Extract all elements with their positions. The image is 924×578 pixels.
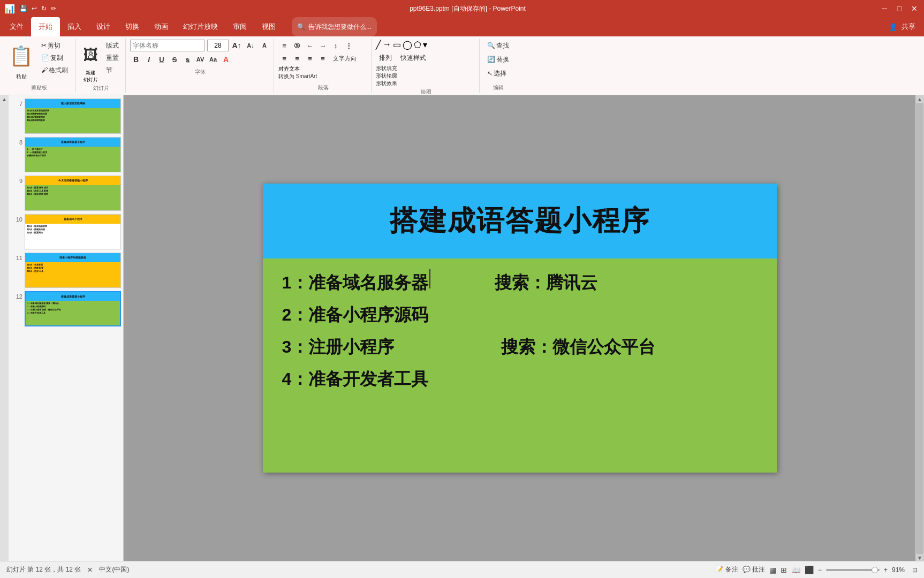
slide-thumb-11[interactable]: 11 我来小程序的搭建教程 第1步：华某家居 第2步：搭建 配置 第3步：注册 …	[11, 253, 121, 288]
arrow-shape[interactable]: →	[383, 40, 391, 50]
slide-preview-10[interactable]: 答案成本小程序 第1步：家居电器联网 第2步：搭建路由器 第3步：配置网络	[25, 214, 121, 249]
bold-button[interactable]: B	[130, 54, 142, 65]
menu-design[interactable]: 设计	[89, 17, 118, 36]
maximize-button[interactable]: □	[894, 3, 905, 14]
notes-button[interactable]: 📝 备注	[715, 565, 738, 574]
align-left-button[interactable]: ≡	[278, 52, 290, 64]
slide-preview-12[interactable]: 搭建成语答题小程序 1：准备域名服务器 搜索：腾讯云 2：准备小程序源码 3：注…	[25, 291, 121, 326]
search-bar[interactable]: 🔍 告诉我您想要做什么...	[292, 17, 377, 36]
menu-review[interactable]: 审阅	[225, 17, 254, 36]
case-button[interactable]: Aa	[207, 54, 219, 65]
text-direction-button[interactable]: 文字方向	[330, 52, 360, 64]
menu-home[interactable]: 开始	[31, 17, 60, 36]
line-shape[interactable]: ╱	[376, 40, 381, 50]
quick-styles-button[interactable]: 快速样式	[397, 52, 429, 64]
menu-slideshow[interactable]: 幻灯片放映	[176, 17, 225, 36]
find-button[interactable]: 🔍 查找	[484, 40, 512, 51]
redo-icon[interactable]: ↻	[41, 5, 47, 12]
copy-button[interactable]: 📄 复制	[38, 52, 71, 64]
rect-shape[interactable]: ▭	[393, 40, 401, 50]
comments-button[interactable]: 💬 批注	[743, 565, 765, 574]
zoom-out-button[interactable]: −	[818, 566, 822, 574]
reading-view-button[interactable]: 📖	[791, 566, 800, 574]
strikethrough-button[interactable]: S	[169, 54, 180, 65]
save-icon[interactable]: 💾	[19, 5, 27, 12]
right-scroll-down[interactable]: ▼	[917, 555, 922, 561]
columns-button[interactable]: ⋮	[343, 40, 354, 51]
spacing-button[interactable]: AV	[194, 54, 206, 65]
align-center-button[interactable]: ≡	[291, 52, 303, 64]
font-clear-button[interactable]: Ā	[259, 40, 270, 51]
effects-button[interactable]: 形状效果	[376, 80, 476, 87]
increase-indent-button[interactable]: →	[317, 40, 329, 51]
fill-button[interactable]: 形状填充	[376, 65, 476, 72]
scroll-thumb[interactable]	[916, 103, 923, 554]
paste-button[interactable]: 📋	[6, 40, 36, 73]
slide-thumb-7[interactable]: 7 嵌入家居的互联网络 第1步华某家居电器联网 第2步搭建智能路由器 第3步配置…	[11, 98, 121, 134]
shadow-button[interactable]: s	[181, 54, 193, 65]
scroll-up-arrow[interactable]: ▲	[2, 96, 7, 102]
slide-sorter-button[interactable]: ⊞	[781, 566, 787, 574]
right-scroll-up[interactable]: ▲	[917, 96, 922, 102]
reset-button[interactable]: 重置	[103, 52, 122, 64]
slide-preview-8[interactable]: 搭建成语答题小程序 1：一两个题目了 2：一道题搭建小程序 步骤供参考如下所示	[25, 137, 121, 172]
replace-button[interactable]: 🔄 替换	[484, 54, 512, 65]
menu-view[interactable]: 视图	[254, 17, 283, 36]
slide-preview-11[interactable]: 我来小程序的搭建教程 第1步：华某家居 第2步：搭建 配置 第3步：注册 工具	[25, 253, 121, 288]
outline-button[interactable]: 形状轮廓	[376, 72, 476, 80]
layout-button[interactable]: 版式	[103, 40, 122, 51]
mini-line-12-3: 3：注册小程序 搜索：微信公众平台	[27, 308, 118, 311]
fit-slide-button[interactable]: ⊡	[912, 566, 918, 574]
underline-button[interactable]: U	[156, 54, 168, 65]
paintbrush-button[interactable]: 🖌 格式刷	[38, 64, 71, 76]
slide-body-section[interactable]: 1：准备域名服务器 搜索：腾讯云 2：准备小程序源码 3：注册小程序 搜索：微信…	[263, 258, 777, 473]
undo-icon[interactable]: ↩	[32, 5, 37, 12]
line-spacing-button[interactable]: ↕	[330, 40, 342, 51]
menu-insert[interactable]: 插入	[60, 17, 89, 36]
share-button[interactable]: 共享	[902, 22, 915, 32]
numbered-list-button[interactable]: ⑤	[291, 40, 303, 51]
slideshow-button[interactable]: ⬛	[805, 566, 814, 574]
more-shapes[interactable]: ▾	[423, 40, 427, 50]
zoom-thumb[interactable]	[872, 567, 878, 573]
zoom-in-button[interactable]: +	[884, 566, 888, 574]
normal-view-button[interactable]: ▦	[769, 566, 776, 574]
font-name-input[interactable]	[130, 40, 205, 51]
minimize-button[interactable]: ─	[879, 3, 890, 14]
right-scrollbar[interactable]: ▲ ▼	[915, 95, 924, 561]
slide-preview-9[interactable]: 今天老师搭建答题小程序 第1步：配置 测试 演示 第2步：注册 工具 配置 第3…	[25, 176, 121, 211]
slide-preview-7[interactable]: 嵌入家居的互联网络 第1步华某家居电器联网 第2步搭建智能路由器 第3步配置家庭…	[25, 98, 121, 134]
section-button[interactable]: 节	[103, 64, 122, 76]
justify-button[interactable]: ≡	[317, 52, 329, 64]
slide-thumb-10[interactable]: 10 答案成本小程序 第1步：家居电器联网 第2步：搭建路由器 第3步：配置网络	[11, 214, 121, 249]
slide-thumb-8[interactable]: 8 搭建成语答题小程序 1：一两个题目了 2：一道题搭建小程序 步骤供参考如下所…	[11, 137, 121, 172]
slide-thumb-12[interactable]: 12 搭建成语答题小程序 1：准备域名服务器 搜索：腾讯云 2：准备小程序源码 …	[11, 291, 121, 326]
pentagon-shape[interactable]: ⬠	[414, 40, 421, 50]
smartart-button[interactable]: 转换为 SmartArt	[278, 73, 368, 80]
arrange-button[interactable]: 排列	[376, 52, 395, 64]
slide-thumb-9[interactable]: 9 今天老师搭建答题小程序 第1步：配置 测试 演示 第2步：注册 工具 配置 …	[11, 176, 121, 211]
menu-file[interactable]: 文件	[2, 17, 31, 36]
mini-header-8: 搭建成语答题小程序	[25, 138, 120, 147]
oval-shape[interactable]: ◯	[403, 40, 412, 50]
font-size-up-button[interactable]: A↑	[231, 40, 243, 51]
cut-button[interactable]: ✂ 剪切	[38, 40, 71, 51]
font-color-button[interactable]: A	[220, 54, 232, 65]
select-button[interactable]: ↖ 选择	[484, 67, 512, 79]
font-size-input[interactable]	[207, 40, 229, 51]
new-slide-button[interactable]: 🖼	[80, 40, 101, 70]
bullet-list-button[interactable]: ≡	[278, 40, 290, 51]
close-status-button[interactable]: ✕	[87, 566, 93, 574]
zoom-slider[interactable]	[826, 569, 880, 571]
font-size-down-button[interactable]: A↓	[245, 40, 256, 51]
decrease-indent-button[interactable]: ←	[304, 40, 316, 51]
italic-button[interactable]: I	[143, 54, 155, 65]
menu-animations[interactable]: 动画	[147, 17, 176, 36]
panel-scrollbar[interactable]: ▲	[0, 95, 9, 561]
align-text-button[interactable]: 对齐文本	[278, 65, 368, 73]
align-right-button[interactable]: ≡	[304, 52, 316, 64]
close-button[interactable]: ✕	[909, 3, 920, 14]
menu-transitions[interactable]: 切换	[118, 17, 147, 36]
customize-icon[interactable]: ✏	[51, 5, 56, 12]
slide-canvas[interactable]: 搭建成语答题小程序 1：准备域名服务器 搜索：腾讯云 2：准备小程序源码 3：注…	[263, 184, 777, 473]
